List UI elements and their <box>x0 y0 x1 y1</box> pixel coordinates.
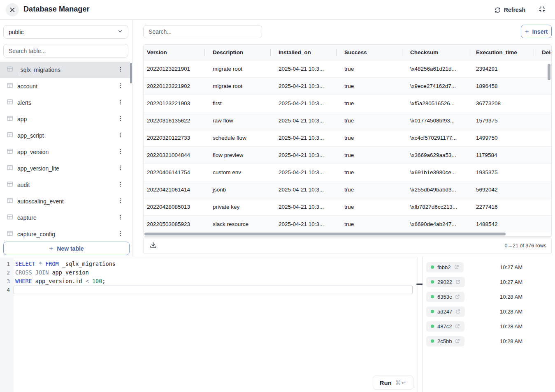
sidebar-item-app_version_lite[interactable]: app_version_lite <box>0 160 130 177</box>
table-cell: custom env <box>209 164 275 181</box>
schema-select-value: public <box>9 29 24 35</box>
table-icon <box>7 131 13 140</box>
column-header-installed_on[interactable]: Installed_on <box>275 45 341 60</box>
column-header-description[interactable]: Description <box>209 45 275 60</box>
run-id: 2c5bb <box>437 338 452 344</box>
rows-search-input[interactable] <box>143 25 262 38</box>
external-link-icon[interactable] <box>455 339 460 344</box>
column-header-dele[interactable]: Dele <box>539 45 552 60</box>
table-cell <box>539 95 551 112</box>
editor-line[interactable]: SELECT * FROM _sqlx_migrations <box>14 260 413 268</box>
sidebar-item-account[interactable]: account <box>0 78 130 95</box>
table-menu-button[interactable] <box>116 115 124 123</box>
editor-line[interactable]: WHERE app_version.id < 100; <box>14 277 413 286</box>
panel-resize-handle[interactable] <box>418 257 423 392</box>
table-menu-button[interactable] <box>116 164 124 173</box>
line-number: 2 <box>0 268 14 277</box>
new-table-button[interactable]: + New table <box>3 242 130 255</box>
column-header-success[interactable]: Success <box>341 45 407 60</box>
minimize-icon <box>539 6 546 13</box>
sidebar-item-app_version[interactable]: app_version <box>0 144 130 160</box>
table-cell: flow preview <box>209 147 275 164</box>
sidebar-scrollbar[interactable] <box>130 63 132 83</box>
run-result-pill[interactable]: 6353c <box>426 292 464 302</box>
table-cell: 2277416 <box>473 198 539 215</box>
sql-editor[interactable]: 1234 SELECT * FROM _sqlx_migrationsCROSS… <box>0 257 418 392</box>
table-menu-button[interactable] <box>116 66 124 74</box>
table-menu-button[interactable] <box>116 82 124 90</box>
table-row[interactable]: 20220503085923slack resource2025-04-21 1… <box>144 216 551 233</box>
run-result-pill[interactable]: 2c5bb <box>426 336 464 346</box>
table-menu-button[interactable] <box>116 99 124 107</box>
refresh-button[interactable]: Refresh <box>495 5 525 15</box>
collapse-button[interactable] <box>538 6 546 14</box>
sidebar-item-alerts[interactable]: alerts <box>0 95 130 111</box>
sidebar-item-app[interactable]: app <box>0 111 130 127</box>
close-button[interactable] <box>6 3 19 16</box>
sidebar-item-autoscaling_event[interactable]: autoscaling_event <box>0 193 130 210</box>
run-result-pill[interactable]: fbbb2 <box>426 262 464 272</box>
table-search-input[interactable] <box>3 44 128 58</box>
sidebar-item-_sqlx_migrations[interactable]: _sqlx_migrations <box>0 62 130 78</box>
table-list: _sqlx_migrationsaccountalertsappapp_scri… <box>0 62 130 241</box>
run-button[interactable]: Run ⌘↵ <box>373 376 413 390</box>
table-cell: \xf5a280516526... <box>407 95 473 112</box>
insert-button[interactable]: + Insert <box>521 25 552 38</box>
column-header-version[interactable]: Version <box>144 45 209 60</box>
table-menu-button[interactable] <box>116 230 124 238</box>
table-menu-button[interactable] <box>116 131 124 140</box>
success-dot-icon <box>431 265 434 269</box>
table-name: account <box>17 83 37 90</box>
close-icon <box>9 7 15 13</box>
insert-label: Insert <box>532 28 548 35</box>
table-row[interactable]: 20220123221903first2025-04-21 10:3...tru… <box>144 95 551 112</box>
new-table-label: New table <box>57 245 84 252</box>
external-link-icon[interactable] <box>455 294 460 299</box>
editor-active-line[interactable] <box>14 286 413 294</box>
table-menu-button[interactable] <box>116 148 124 156</box>
table-row[interactable]: 20220123221901migrate root2025-04-21 10:… <box>144 60 551 78</box>
table-body: 20220123221901migrate root2025-04-21 10:… <box>144 60 551 233</box>
table-menu-button[interactable] <box>116 181 124 189</box>
editor-code[interactable]: SELECT * FROM _sqlx_migrationsCROSS JOIN… <box>14 258 418 294</box>
horizontal-scrollbar-thumb[interactable] <box>144 233 506 235</box>
sql-token: FROM <box>45 261 59 267</box>
sidebar-item-capture[interactable]: capture <box>0 210 130 226</box>
run-result-pill[interactable]: ad247 <box>426 307 465 317</box>
table-menu-button[interactable] <box>116 197 124 205</box>
table-horizontal-scrollbar[interactable] <box>144 232 551 236</box>
run-result-pill[interactable]: 29022 <box>426 277 465 287</box>
table-cell: 20220320122733 <box>144 129 209 146</box>
external-link-icon[interactable] <box>455 279 460 284</box>
table-cell: jsonb <box>209 181 275 198</box>
table-icon <box>7 115 13 123</box>
table-menu-button[interactable] <box>116 214 124 222</box>
table-name: capture_config <box>17 231 55 238</box>
schema-select[interactable]: public <box>3 25 128 39</box>
table-vertical-scrollbar[interactable] <box>548 64 550 80</box>
table-cell: true <box>341 129 407 146</box>
table-cell: 20220503085923 <box>144 216 209 233</box>
external-link-icon[interactable] <box>455 324 460 329</box>
external-link-icon[interactable] <box>454 265 459 270</box>
sidebar-item-app_script[interactable]: app_script <box>0 127 130 144</box>
editor-line[interactable]: CROSS JOIN app_version <box>14 268 413 277</box>
table-cell: 20220428085013 <box>144 198 209 215</box>
table-row[interactable]: 20220421061414jsonb2025-04-21 10:3...tru… <box>144 181 551 198</box>
table-row[interactable]: 20220320122733schedule flow2025-04-21 10… <box>144 129 551 147</box>
sidebar-item-capture_config[interactable]: capture_config <box>0 226 130 241</box>
table-cell: 1579375 <box>473 112 539 129</box>
table-row[interactable]: 20220406141754custom env2025-04-21 10:3.… <box>144 164 551 181</box>
column-header-checksum[interactable]: Checksum <box>407 45 473 60</box>
table-row[interactable]: 20220316135622raw flow2025-04-21 10:3...… <box>144 112 551 129</box>
sql-token: app_version.id <box>32 278 86 284</box>
table-row[interactable]: 20220428085013private key2025-04-21 10:3… <box>144 198 551 216</box>
column-header-execution_time[interactable]: Execution_time <box>473 45 539 60</box>
download-button[interactable] <box>149 241 158 250</box>
external-link-icon[interactable] <box>455 309 460 314</box>
sidebar-item-audit[interactable]: audit <box>0 177 130 193</box>
run-result-pill[interactable]: 487c2 <box>426 321 464 332</box>
table-row[interactable]: 20220123221902migrate root2025-04-21 10:… <box>144 78 551 95</box>
table-row[interactable]: 20220321004844flow preview2025-04-21 10:… <box>144 147 551 164</box>
success-dot-icon <box>431 280 434 284</box>
